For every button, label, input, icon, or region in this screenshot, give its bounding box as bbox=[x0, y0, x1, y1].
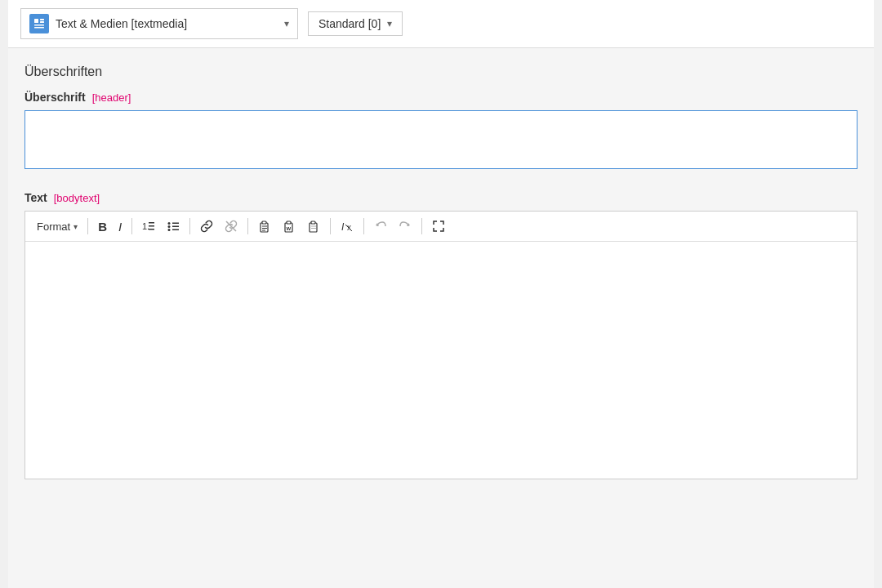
link-icon bbox=[200, 220, 213, 233]
standard-dropdown[interactable]: Standard [0] ▾ bbox=[308, 11, 403, 36]
separator-6 bbox=[363, 218, 364, 234]
svg-text:x: x bbox=[347, 223, 351, 232]
svg-point-11 bbox=[168, 229, 171, 231]
separator-5 bbox=[330, 218, 331, 234]
standard-label: Standard [0] bbox=[318, 17, 381, 30]
fullscreen-button[interactable] bbox=[427, 216, 450, 236]
clear-format-icon: I x bbox=[341, 220, 354, 233]
paste-word-button[interactable]: W bbox=[278, 216, 301, 236]
editor-box: Format ▾ B I bbox=[24, 211, 858, 479]
bold-button[interactable]: B bbox=[93, 217, 112, 236]
svg-rect-0 bbox=[34, 19, 38, 23]
uberschrift-label-tag: [header] bbox=[92, 91, 131, 104]
svg-rect-13 bbox=[172, 226, 179, 228]
separator-7 bbox=[421, 218, 422, 234]
paste-word-icon: W bbox=[283, 220, 296, 233]
separator-4 bbox=[247, 218, 248, 234]
svg-rect-24 bbox=[310, 223, 317, 232]
unlink-icon bbox=[225, 220, 238, 233]
standard-chevron: ▾ bbox=[387, 18, 392, 29]
svg-text:1.: 1. bbox=[142, 221, 149, 231]
svg-rect-3 bbox=[34, 24, 44, 26]
fullscreen-icon bbox=[432, 220, 445, 233]
content-type-label: Text & Medien [textmedia] bbox=[56, 17, 278, 30]
paste-plain-icon bbox=[307, 220, 320, 233]
svg-rect-14 bbox=[172, 229, 179, 231]
bold-icon: B bbox=[98, 220, 107, 233]
text-section: Text [bodytext] Format ▾ B bbox=[24, 191, 858, 479]
svg-rect-1 bbox=[40, 19, 44, 20]
text-label-main: Text bbox=[24, 191, 47, 204]
section-area: Überschriften Überschrift [header] Text … bbox=[8, 48, 874, 479]
editor-body[interactable] bbox=[25, 242, 857, 479]
page-wrapper: Text & Medien [textmedia] ▾ Standard [0]… bbox=[0, 0, 882, 588]
text-label-tag: [bodytext] bbox=[54, 192, 100, 204]
svg-rect-6 bbox=[149, 222, 154, 224]
svg-rect-17 bbox=[262, 221, 266, 224]
clear-format-button[interactable]: I x bbox=[336, 216, 359, 236]
uberschrift-field-label: Überschrift [header] bbox=[24, 91, 858, 104]
format-label: Format bbox=[37, 220, 70, 233]
content-type-chevron: ▾ bbox=[284, 18, 289, 29]
svg-rect-7 bbox=[149, 225, 154, 227]
separator-2 bbox=[131, 218, 132, 234]
svg-text:W: W bbox=[287, 226, 292, 231]
svg-rect-22 bbox=[287, 221, 291, 224]
redo-icon bbox=[399, 220, 412, 233]
separator-1 bbox=[87, 218, 88, 234]
unordered-list-icon bbox=[167, 220, 180, 233]
remove-link-button[interactable] bbox=[220, 216, 243, 236]
text-field-label: Text [bodytext] bbox=[24, 191, 858, 204]
uberschrift-label-main: Überschrift bbox=[24, 91, 86, 104]
unordered-list-button[interactable] bbox=[162, 216, 185, 236]
content-type-icon bbox=[29, 14, 49, 33]
header-input[interactable] bbox=[24, 110, 858, 169]
paste-text-icon bbox=[258, 220, 271, 233]
svg-text:I: I bbox=[341, 221, 345, 233]
svg-rect-2 bbox=[40, 21, 44, 23]
paste-text-button[interactable] bbox=[253, 216, 276, 236]
svg-rect-12 bbox=[172, 223, 179, 225]
editor-toolbar: Format ▾ B I bbox=[25, 212, 857, 242]
format-arrow: ▾ bbox=[74, 222, 78, 231]
paste-plain-button[interactable] bbox=[302, 216, 325, 236]
italic-button[interactable]: I bbox=[114, 217, 127, 236]
italic-icon: I bbox=[118, 220, 122, 233]
format-dropdown-button[interactable]: Format ▾ bbox=[32, 218, 82, 235]
content-area: Text & Medien [textmedia] ▾ Standard [0]… bbox=[8, 0, 874, 588]
insert-link-button[interactable] bbox=[195, 216, 218, 236]
svg-point-10 bbox=[168, 225, 171, 228]
ordered-list-button[interactable]: 1. bbox=[137, 216, 160, 236]
undo-button[interactable] bbox=[369, 216, 392, 236]
svg-rect-8 bbox=[149, 229, 154, 230]
svg-point-9 bbox=[168, 222, 171, 225]
redo-button[interactable] bbox=[394, 216, 416, 236]
undo-icon bbox=[374, 220, 387, 233]
text-media-icon bbox=[33, 18, 45, 29]
separator-3 bbox=[189, 218, 190, 234]
content-type-dropdown[interactable]: Text & Medien [textmedia] ▾ bbox=[20, 8, 298, 39]
top-bar: Text & Medien [textmedia] ▾ Standard [0]… bbox=[8, 0, 874, 48]
ordered-list-icon: 1. bbox=[142, 220, 155, 233]
svg-rect-4 bbox=[34, 27, 44, 29]
section-title-uberschriften: Überschriften bbox=[24, 65, 858, 79]
svg-rect-25 bbox=[311, 221, 315, 224]
